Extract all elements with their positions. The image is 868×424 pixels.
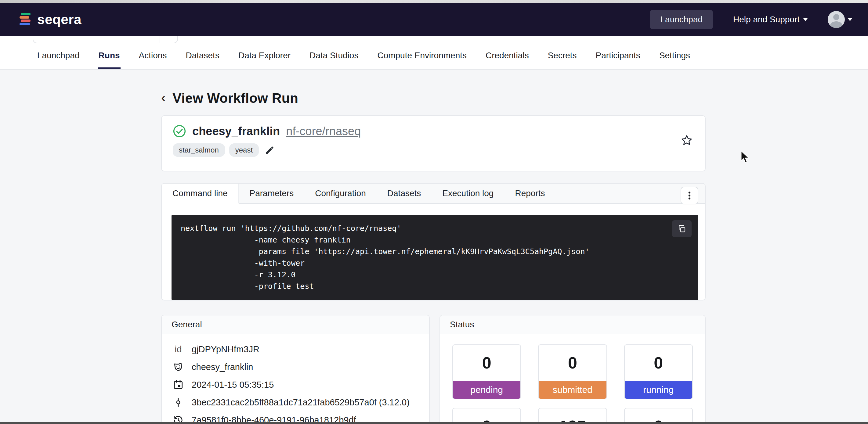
stat-label: submitted xyxy=(539,381,606,399)
copy-command-button[interactable] xyxy=(672,220,691,237)
success-check-icon xyxy=(173,125,186,138)
chevron-down-icon xyxy=(848,18,852,21)
run-options-menu-button[interactable] xyxy=(681,187,698,204)
id-label: id xyxy=(172,344,185,354)
masks-icon xyxy=(172,361,185,372)
stat-value: 0 xyxy=(625,409,692,424)
help-and-support-label: Help and Support xyxy=(733,14,800,24)
window-top-edge xyxy=(0,0,868,3)
brand-name: seqera xyxy=(37,12,82,27)
git-commit-icon xyxy=(172,397,185,408)
tab-reports[interactable]: Reports xyxy=(504,184,555,203)
tab-runs[interactable]: Runs xyxy=(98,43,121,69)
tab-secrets[interactable]: Secrets xyxy=(547,43,578,69)
workspace-subheader: Launchpad Runs Actions Datasets Data Exp… xyxy=(0,36,868,70)
run-id-value: gjDPYpNHfm3JR xyxy=(192,345,259,354)
seqera-logo-icon xyxy=(19,11,32,28)
tab-settings[interactable]: Settings xyxy=(659,43,691,69)
stat-label: pending xyxy=(453,381,520,399)
stat-value: 195 xyxy=(539,409,606,424)
run-label-badge: yeast xyxy=(229,143,259,157)
stat-value: 0 xyxy=(539,345,606,381)
stat-pending: 0 pending xyxy=(452,345,521,399)
tab-configuration[interactable]: Configuration xyxy=(304,184,377,203)
general-row-commit: 3bec2331cac2b5ff88a1dc71a21fab6529b57a0f… xyxy=(172,393,420,411)
tab-credentials[interactable]: Credentials xyxy=(485,43,530,69)
tab-datasets-detail[interactable]: Datasets xyxy=(377,184,432,203)
run-name-value: cheesy_franklin xyxy=(192,362,253,372)
chevron-down-icon xyxy=(803,18,808,21)
window-bottom-edge xyxy=(0,422,868,424)
command-line-block: nextflow run 'https://github.com/nf-core… xyxy=(172,215,698,300)
tab-command-line[interactable]: Command line xyxy=(162,184,239,204)
tab-participants[interactable]: Participants xyxy=(595,43,641,69)
status-header: Status xyxy=(440,316,705,334)
stat-label: running xyxy=(625,381,692,399)
stat-value: 0 xyxy=(453,345,520,381)
tab-data-studios[interactable]: Data Studios xyxy=(309,43,359,69)
tab-compute-environments[interactable]: Compute Environments xyxy=(377,43,467,69)
general-card: General id gjDPYpNHfm3JR cheesy_franklin xyxy=(161,315,430,424)
start-date-value: 2024-01-15 05:35:15 xyxy=(192,380,274,390)
tab-parameters[interactable]: Parameters xyxy=(239,184,305,203)
status-card: Status 0 pending 0 submitted 0 running 0… xyxy=(439,315,706,424)
workspace-tabs: Launchpad Runs Actions Datasets Data Exp… xyxy=(37,43,691,69)
user-menu[interactable] xyxy=(828,11,852,28)
general-row-id: id gjDPYpNHfm3JR xyxy=(172,340,420,358)
general-row-date: 2024-01-15 05:35:15 xyxy=(172,376,420,393)
tab-data-explorer[interactable]: Data Explorer xyxy=(238,43,291,69)
stat-row2-2: 195 xyxy=(538,408,607,424)
top-navbar: seqera Launchpad Help and Support xyxy=(0,3,868,36)
back-button[interactable]: ‹ xyxy=(161,90,166,106)
mouse-cursor xyxy=(740,150,750,164)
detail-tab-strip: Command line Parameters Configuration Da… xyxy=(162,184,705,204)
command-line-text: nextflow run 'https://github.com/nf-core… xyxy=(181,223,689,292)
run-summary-card: cheesy_franklin nf-core/rnaseq star_salm… xyxy=(161,115,706,171)
stat-row2-1: 0 xyxy=(452,408,521,424)
pipeline-link[interactable]: nf-core/rnaseq xyxy=(286,125,361,138)
general-row-run-name: cheesy_franklin xyxy=(172,358,420,376)
tab-launchpad[interactable]: Launchpad xyxy=(37,43,80,69)
calendar-icon xyxy=(172,379,185,390)
launchpad-button[interactable]: Launchpad xyxy=(650,10,713,29)
stat-row2-3: 0 xyxy=(624,408,693,424)
run-name: cheesy_franklin xyxy=(192,125,280,138)
search-input[interactable] xyxy=(33,36,178,43)
run-label-badge: star_salmon xyxy=(173,143,225,157)
commit-value: 3bec2331cac2b5ff88a1dc71a21fab6529b57a0f… xyxy=(192,397,410,407)
general-header: General xyxy=(162,316,429,334)
stat-value: 0 xyxy=(625,345,692,381)
tab-datasets[interactable]: Datasets xyxy=(185,43,220,69)
tab-execution-log[interactable]: Execution log xyxy=(432,184,504,203)
stat-submitted: 0 submitted xyxy=(538,345,607,399)
stat-running: 0 running xyxy=(624,345,693,399)
star-run-button[interactable] xyxy=(681,134,693,146)
help-and-support-menu[interactable]: Help and Support xyxy=(733,14,808,24)
stat-value: 0 xyxy=(453,409,520,424)
seqera-brand[interactable]: seqera xyxy=(19,11,82,28)
page-title: View Workflow Run xyxy=(173,91,298,106)
run-detail-card: Command line Parameters Configuration Da… xyxy=(161,183,706,300)
edit-labels-button[interactable] xyxy=(263,144,277,156)
avatar xyxy=(828,11,845,28)
tab-actions[interactable]: Actions xyxy=(138,43,167,69)
